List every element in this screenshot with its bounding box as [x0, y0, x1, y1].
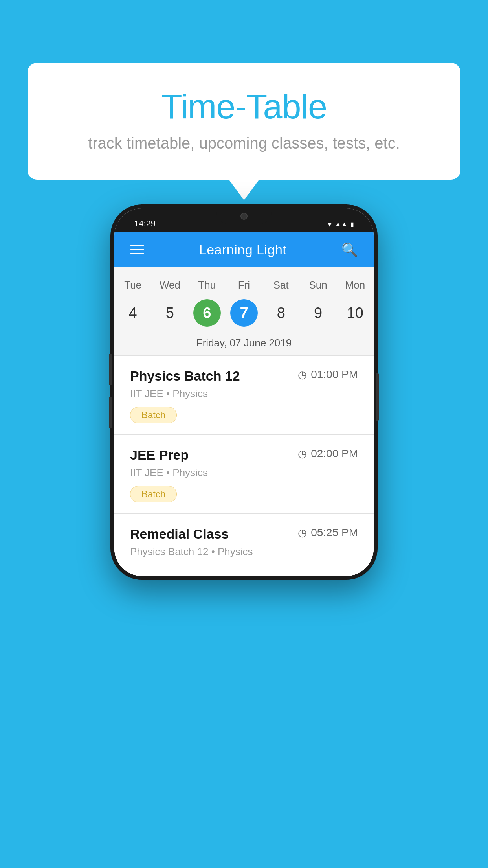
menu-button[interactable] — [130, 245, 144, 254]
app-bar: Learning Light 🔍 — [114, 232, 374, 267]
wifi-icon: ▾ — [328, 219, 332, 229]
volume-up-button — [109, 354, 112, 385]
schedule-item-0[interactable]: Physics Batch 12 ◷ 01:00 PM IIT JEE • Ph… — [114, 355, 374, 434]
calendar-section: Tue Wed Thu Fri Sat Sun Mon 4 5 6 7 8 9 … — [114, 267, 374, 355]
calendar-day-5[interactable]: 5 — [156, 299, 183, 327]
schedule-list: Physics Batch 12 ◷ 01:00 PM IIT JEE • Ph… — [114, 355, 374, 576]
schedule-subtitle-0: IIT JEE • Physics — [130, 388, 358, 400]
schedule-title-1: JEE Prep — [130, 447, 189, 463]
clock-icon-1: ◷ — [298, 448, 307, 460]
camera — [240, 213, 248, 220]
schedule-time-0: ◷ 01:00 PM — [298, 368, 358, 381]
phone-screen: 14:29 ▾ ▲▲ ▮ Learning Light 🔍 — [114, 208, 374, 576]
day-header-fri: Fri — [226, 275, 262, 295]
schedule-item-header-0: Physics Batch 12 ◷ 01:00 PM — [130, 368, 358, 384]
status-bar: 14:29 ▾ ▲▲ ▮ — [114, 208, 374, 232]
signal-icon: ▲▲ — [335, 221, 347, 228]
clock-icon-0: ◷ — [298, 369, 307, 381]
schedule-title-0: Physics Batch 12 — [130, 368, 240, 384]
menu-line-1 — [130, 245, 144, 246]
menu-line-2 — [130, 249, 144, 250]
status-time: 14:29 — [134, 219, 156, 229]
calendar-day-9[interactable]: 9 — [305, 299, 332, 327]
schedule-time-label-1: 02:00 PM — [311, 447, 358, 460]
day-header-thu: Thu — [189, 275, 226, 295]
day-header-sun: Sun — [299, 275, 336, 295]
day-numbers: 4 5 6 7 8 9 10 — [114, 299, 374, 327]
day-header-wed: Wed — [151, 275, 188, 295]
calendar-day-6[interactable]: 6 — [193, 299, 221, 327]
batch-badge-1: Batch — [130, 486, 177, 502]
bubble-subtitle: track timetable, upcoming classes, tests… — [59, 134, 429, 152]
clock-icon-2: ◷ — [298, 527, 307, 539]
schedule-time-label-2: 05:25 PM — [311, 526, 358, 539]
selected-date-label: Friday, 07 June 2019 — [114, 333, 374, 355]
schedule-time-label-0: 01:00 PM — [311, 368, 358, 381]
day-header-sat: Sat — [262, 275, 299, 295]
phone-container: 14:29 ▾ ▲▲ ▮ Learning Light 🔍 — [110, 204, 378, 580]
calendar-day-7[interactable]: 7 — [230, 299, 258, 327]
schedule-item-header-1: JEE Prep ◷ 02:00 PM — [130, 447, 358, 463]
day-headers: Tue Wed Thu Fri Sat Sun Mon — [114, 275, 374, 295]
search-icon[interactable]: 🔍 — [341, 242, 358, 257]
status-icons: ▾ ▲▲ ▮ — [328, 219, 354, 229]
calendar-day-4[interactable]: 4 — [119, 299, 147, 327]
notch — [216, 208, 272, 224]
batch-badge-0: Batch — [130, 407, 177, 423]
schedule-subtitle-2: Physics Batch 12 • Physics — [130, 546, 358, 558]
schedule-item-1[interactable]: JEE Prep ◷ 02:00 PM IIT JEE • Physics Ba… — [114, 434, 374, 513]
volume-down-button — [109, 397, 112, 428]
calendar-day-10[interactable]: 10 — [341, 299, 369, 327]
speech-bubble: Time-Table track timetable, upcoming cla… — [28, 63, 460, 180]
schedule-item-header-2: Remedial Class ◷ 05:25 PM — [130, 526, 358, 542]
speech-bubble-container: Time-Table track timetable, upcoming cla… — [28, 63, 460, 180]
power-button — [376, 373, 379, 421]
bubble-title: Time-Table — [59, 86, 429, 127]
schedule-time-1: ◷ 02:00 PM — [298, 447, 358, 460]
menu-line-3 — [130, 253, 144, 254]
day-header-mon: Mon — [337, 275, 374, 295]
battery-icon: ▮ — [350, 221, 354, 228]
schedule-subtitle-1: IIT JEE • Physics — [130, 467, 358, 479]
schedule-item-2[interactable]: Remedial Class ◷ 05:25 PM Physics Batch … — [114, 513, 374, 576]
calendar-day-8[interactable]: 8 — [267, 299, 295, 327]
schedule-title-2: Remedial Class — [130, 526, 229, 542]
day-header-tue: Tue — [114, 275, 151, 295]
app-title: Learning Light — [199, 242, 287, 257]
schedule-time-2: ◷ 05:25 PM — [298, 526, 358, 539]
phone-frame: 14:29 ▾ ▲▲ ▮ Learning Light 🔍 — [110, 204, 378, 580]
